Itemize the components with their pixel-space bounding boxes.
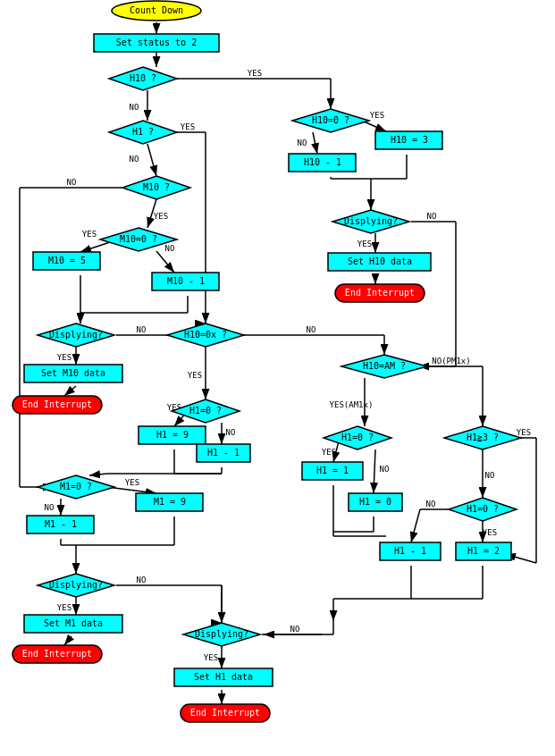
svg-text:NO: NO [67, 178, 77, 187]
end-int1-label: End Interrupt [22, 399, 92, 409]
h1-check-label: H1 ? [132, 127, 154, 137]
svg-text:YES: YES [357, 239, 372, 248]
h10-0x-label: H10=0x ? [184, 330, 227, 340]
end-int2-label: End Interrupt [22, 649, 92, 659]
set-m10-label: Set M10 data [41, 368, 105, 378]
svg-text:NO: NO [307, 325, 316, 334]
svg-text:YES: YES [204, 653, 218, 662]
svg-text:NO: NO [226, 428, 236, 437]
disp-h10-label: Displying? [344, 216, 398, 226]
set-status-label: Set status to 2 [116, 38, 197, 47]
svg-text:NO: NO [427, 212, 437, 221]
m1-dec-label: M1 - 1 [45, 519, 77, 529]
svg-line-45 [89, 474, 107, 475]
m10-dec-label: M10 - 1 [167, 276, 205, 286]
svg-text:YES: YES [322, 448, 336, 457]
h10-zero1-label: H10=0 ? [312, 115, 349, 125]
svg-text:YES: YES [248, 69, 262, 78]
svg-text:YES: YES [57, 353, 71, 362]
h10-dec-label: H10 - 1 [304, 157, 341, 167]
svg-text:NO: NO [426, 500, 436, 508]
m10-check-label: M10 ? [143, 182, 170, 192]
svg-line-11 [147, 144, 156, 176]
disp-m10-label: Displying? [49, 330, 103, 340]
h1-set9-label: H1 = 9 [156, 430, 189, 440]
h1-pm-label: H1=0 ? [341, 433, 374, 442]
svg-text:NO: NO [298, 139, 307, 147]
m1-zero-label: M1=0 ? [60, 482, 92, 491]
svg-text:YES: YES [154, 212, 168, 221]
svg-text:NO(PM1x): NO(PM1x) [432, 357, 470, 365]
h10-am-label: H10=AM ? [363, 361, 406, 371]
svg-line-81 [374, 449, 375, 493]
m10-zero-label: M10=0 ? [120, 234, 157, 244]
flowchart: YES NO YES NO NO YES YES NO YES NO NO YE… [0, 0, 555, 756]
svg-line-59 [64, 636, 71, 645]
svg-text:NO: NO [137, 325, 147, 334]
svg-text:NO: NO [165, 244, 175, 253]
end-int3-label: End Interrupt [190, 708, 260, 718]
svg-text:NO: NO [290, 625, 300, 634]
flowchart-svg: YES NO YES NO NO YES YES NO YES NO NO YE… [0, 0, 555, 756]
svg-line-20 [156, 251, 174, 273]
h10-check-label: H10 ? [130, 73, 156, 83]
svg-text:NO: NO [137, 575, 147, 584]
m10-set5-label: M10 = 5 [48, 256, 86, 265]
disp-m1-label: Displying? [49, 580, 103, 590]
svg-text:YES: YES [370, 111, 384, 120]
svg-text:YES: YES [57, 603, 71, 612]
svg-text:YES: YES [181, 122, 195, 131]
h1-zero2-label: H1=0 ? [189, 406, 222, 416]
m1-set9-label: M1 = 9 [154, 497, 186, 507]
h1-set2-label: H1 = 2 [467, 546, 500, 556]
svg-text:NO: NO [130, 155, 139, 164]
svg-text:YES: YES [517, 428, 531, 437]
h1-dec2-label: H1 - 1 [394, 546, 426, 556]
svg-text:YES: YES [188, 371, 202, 380]
svg-text:NO: NO [485, 471, 495, 480]
svg-line-62 [313, 132, 317, 154]
svg-text:NO: NO [130, 103, 139, 112]
svg-text:NO: NO [380, 465, 390, 474]
end-int4-label: End Interrupt [345, 288, 415, 298]
svg-line-96 [411, 509, 420, 542]
svg-text:YES: YES [125, 478, 139, 487]
h1-zero3-label: H1=0 ? [467, 504, 499, 514]
set-h10-label: Set H10 data [348, 256, 412, 266]
set-m1-label: Set M1 data [44, 618, 103, 628]
disp-h1-label: Displying? [195, 629, 248, 639]
h1-ge3-label: H1≧3 ? [467, 433, 499, 442]
h1-set1-label: H1 = 1 [316, 466, 349, 475]
svg-text:YES(AM1x): YES(AM1x) [330, 400, 374, 409]
h1-set0-label: H1 = 0 [359, 497, 391, 507]
svg-line-31 [64, 386, 76, 396]
svg-text:YES: YES [483, 528, 497, 537]
h10-set3-label: H10 = 3 [391, 135, 428, 145]
svg-text:NO: NO [45, 503, 55, 512]
h1-dec-label: H1 - 1 [207, 448, 240, 458]
svg-line-49 [107, 487, 156, 493]
svg-text:YES: YES [82, 230, 97, 239]
set-h1-label: Set H1 data [194, 672, 253, 682]
start-label: Count Down [130, 5, 183, 15]
